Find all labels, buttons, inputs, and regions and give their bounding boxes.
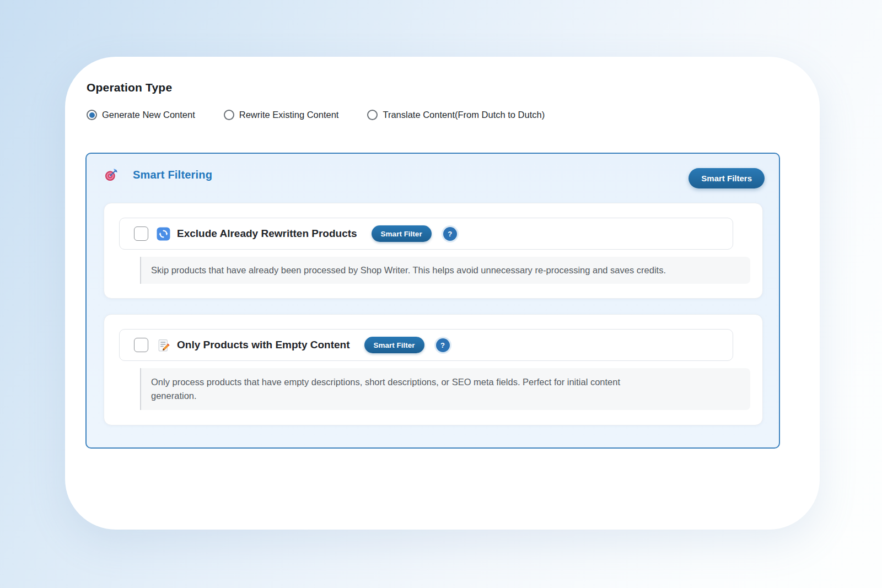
filter-row: Exclude Already Rewritten Products Smart… (119, 218, 733, 250)
operation-type-heading: Operation Type (87, 81, 172, 94)
smart-filters-button[interactable]: Smart Filters (689, 168, 765, 188)
smart-filter-badge: Smart Filter (364, 337, 424, 353)
smart-filter-badge: Smart Filter (372, 225, 432, 242)
smart-filtering-panel: Smart Filtering Smart Filters Exclude Al… (85, 153, 780, 449)
operation-type-options: Generate New Content Rewrite Existing Co… (87, 110, 545, 120)
filter-row: Only Products with Empty Content Smart F… (119, 329, 733, 361)
smart-filtering-title: Smart Filtering (133, 169, 212, 181)
radio-label: Translate Content(From Dutch to Dutch) (383, 110, 545, 120)
smart-filtering-header: Smart Filtering (104, 168, 212, 182)
radio-translate-content[interactable]: Translate Content(From Dutch to Dutch) (367, 110, 545, 120)
target-icon (104, 168, 119, 182)
radio-unselected-icon[interactable] (224, 110, 234, 120)
content-card: Operation Type Generate New Content Rewr… (65, 57, 820, 530)
memo-icon (157, 338, 170, 352)
radio-label: Rewrite Existing Content (239, 110, 339, 120)
filter-card-exclude-rewritten: Exclude Already Rewritten Products Smart… (104, 203, 763, 299)
radio-label: Generate New Content (102, 110, 195, 120)
help-icon[interactable]: ? (443, 227, 457, 241)
radio-unselected-icon[interactable] (367, 110, 378, 120)
filter-description: Skip products that have already been pro… (140, 257, 750, 284)
empty-content-checkbox[interactable] (134, 338, 148, 352)
filter-title: Only Products with Empty Content (177, 339, 350, 351)
filter-card-empty-content: Only Products with Empty Content Smart F… (104, 314, 763, 425)
radio-generate-new-content[interactable]: Generate New Content (87, 110, 195, 120)
refresh-icon (157, 227, 170, 241)
radio-selected-icon[interactable] (87, 110, 97, 120)
radio-rewrite-existing-content[interactable]: Rewrite Existing Content (224, 110, 339, 120)
filter-title: Exclude Already Rewritten Products (177, 228, 357, 240)
exclude-rewritten-checkbox[interactable] (134, 226, 148, 241)
filter-description: Only process products that have empty de… (140, 368, 750, 410)
help-icon[interactable]: ? (436, 338, 450, 352)
